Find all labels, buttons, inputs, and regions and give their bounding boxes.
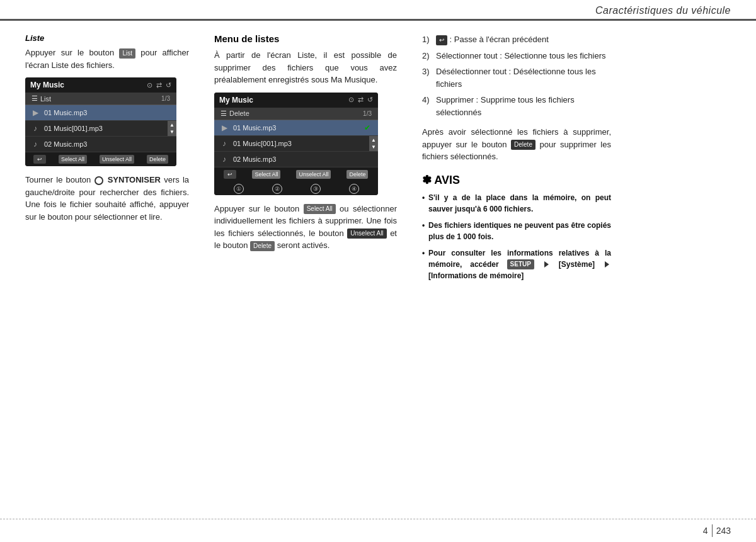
- col2-para2: Appuyer sur le bouton Select All ou séle…: [214, 203, 397, 252]
- select-all-btn-1[interactable]: Select All: [59, 155, 87, 164]
- num-4: 4): [422, 94, 433, 118]
- music-row-2-2: ♪ 01 Music[001].mp3 ▲ ▼: [214, 136, 378, 152]
- list-icon-2: ☰: [220, 110, 227, 118]
- page-number: 4 243: [703, 524, 731, 537]
- music-filename-2-1: 01 Music.mp3: [233, 124, 360, 132]
- settings-icon: ⊙: [147, 81, 152, 89]
- list-item-2: 2) Sélectionner tout : Sélectionne tous …: [422, 50, 611, 62]
- section-title-menu: Menu de listes: [214, 33, 397, 44]
- annotation-2: ②: [272, 184, 282, 194]
- back-btn-1[interactable]: ↩: [33, 155, 46, 164]
- setup-btn-inline: SETUP: [507, 259, 534, 269]
- scrollbar-1[interactable]: ▲ ▼: [168, 121, 176, 136]
- delete-btn-1[interactable]: Delete: [147, 155, 168, 164]
- col3-para-after: Après avoir sélectionné les fichiers à s…: [422, 126, 611, 163]
- list-item-1: 1) ↩ : Passe à l'écran précédent: [422, 33, 611, 46]
- num-1: 1): [422, 33, 433, 46]
- syntoniser-circle-icon: [94, 176, 103, 185]
- page-indicator-1: 1/3: [161, 95, 170, 102]
- syntoniser-label: SYNTONISER: [108, 175, 161, 184]
- music-ui-list: My Music ⊙ ⇄ ↺ ☰ List 1/3 ▶ 01 Music.mp3: [25, 77, 176, 166]
- select-all-btn-2[interactable]: Select All: [252, 170, 280, 179]
- music-filename-1-2: 01 Music[001].mp3: [44, 125, 171, 132]
- note-icon-1-2: ♪: [30, 124, 40, 133]
- music-header-icons-1: ⊙ ⇄ ↺: [147, 81, 171, 89]
- list-item-3-content: Désélectionner tout : Désélectionne tous…: [436, 65, 611, 90]
- avis-item-1: S'il y a de la place dans la mémoire, on…: [422, 192, 611, 215]
- delete-btn-inline-col3: Delete: [511, 140, 536, 150]
- arrow-right-icon-2: [605, 261, 609, 268]
- scroll-up-btn-2[interactable]: ▲: [371, 137, 376, 143]
- repeat-icon: ↺: [166, 81, 171, 89]
- page-indicator-2: 1/3: [363, 110, 372, 117]
- main-content: Liste Appuyer sur le bouton List pour af…: [0, 21, 756, 506]
- music-ui-header-1: My Music ⊙ ⇄ ↺: [25, 77, 176, 93]
- music-footer-2: ↩ Select All Unselect All Delete: [214, 167, 378, 181]
- page-section-number: 4: [703, 526, 708, 536]
- music-title-1: My Music: [30, 81, 64, 89]
- music-ui-delete: My Music ⊙ ⇄ ↺ ☰ Delete 1/3 ▶ 01 Music.m: [214, 93, 378, 195]
- unselect-all-inline: Unselect All: [347, 229, 386, 239]
- annotation-3: ③: [311, 184, 321, 194]
- scroll-down-btn-2[interactable]: ▼: [371, 144, 376, 150]
- arrow-right-icon-1: [544, 261, 549, 268]
- note-icon-2-2: ♪: [219, 139, 229, 148]
- list-button-inline: List: [119, 48, 135, 59]
- scrollbar-2[interactable]: ▲ ▼: [369, 136, 378, 151]
- num-2: 2): [422, 50, 433, 62]
- avis-item-2: Des fichiers identiques ne peuvent pas ê…: [422, 220, 611, 242]
- note-icon-1-3: ♪: [30, 140, 40, 149]
- repeat-icon-2: ↺: [367, 96, 373, 104]
- music-footer-1: ↩ Select All Unselect All Delete: [25, 152, 176, 166]
- col1-para1: Appuyer sur le bouton List pour afficher…: [25, 47, 189, 71]
- play-icon-1: ▶: [30, 108, 40, 117]
- music-filename-1-1: 01 Music.mp3: [44, 109, 171, 116]
- avis-star-icon: ✽: [422, 174, 432, 186]
- checkmark-2-1: ✔: [364, 123, 370, 132]
- col2-para1: À partir de l'écran Liste, il est possib…: [214, 49, 397, 86]
- numbered-list: 1) ↩ : Passe à l'écran précédent 2) Séle…: [422, 33, 611, 118]
- page-num: 243: [716, 526, 731, 536]
- tab-label-2: ☰ Delete: [220, 110, 249, 118]
- music-tab-2: ☰ Delete 1/3: [214, 108, 378, 120]
- annotation-row: ① ② ③ ④: [214, 181, 378, 195]
- list-item-4-content: Supprimer : Supprime tous les fichiers s…: [436, 94, 611, 118]
- avis-list: S'il y a de la place dans la mémoire, on…: [422, 192, 611, 281]
- music-rows-2: ▶ 01 Music.mp3 ✔ ♪ 01 Music[001].mp3 ▲ ▼…: [214, 120, 378, 167]
- music-filename-2-2: 01 Music[001].mp3: [233, 140, 373, 147]
- music-ui-header-2: My Music ⊙ ⇄ ↺: [214, 93, 378, 108]
- page-header: Caractéristiques du véhicule: [0, 0, 756, 21]
- select-all-inline: Select All: [304, 204, 336, 214]
- column-1: Liste Appuyer sur le bouton List pour af…: [25, 33, 202, 494]
- music-row-1-2: ♪ 01 Music[001].mp3 ▲ ▼: [25, 121, 176, 137]
- scroll-up-btn-1[interactable]: ▲: [169, 122, 175, 128]
- column-3: 1) ↩ : Passe à l'écran précédent 2) Séle…: [410, 33, 611, 494]
- unselect-all-btn-1[interactable]: Unselect All: [100, 155, 134, 164]
- page-divider: [712, 524, 713, 537]
- list-item-3: 3) Désélectionner tout : Désélectionne t…: [422, 65, 611, 90]
- music-rows-1: ▶ 01 Music.mp3 ♪ 01 Music[001].mp3 ▲ ▼ ♪…: [25, 105, 176, 152]
- avis-title: ✽ AVIS: [422, 173, 611, 187]
- list-item-1-content: ↩ : Passe à l'écran précédent: [436, 33, 549, 46]
- back-btn-inline: ↩: [436, 35, 447, 45]
- num-3: 3): [422, 65, 433, 90]
- music-header-icons-2: ⊙ ⇄ ↺: [348, 96, 373, 104]
- avis-item-3: Pour consulter les informations relative…: [422, 247, 611, 281]
- play-icon-2: ▶: [219, 123, 229, 132]
- music-row-1-1: ▶ 01 Music.mp3: [25, 105, 176, 121]
- list-item-2-content: Sélectionner tout : Sélectionne tous les…: [436, 50, 606, 62]
- unselect-all-btn-2[interactable]: Unselect All: [296, 170, 331, 179]
- chapter-title: Caractéristiques du véhicule: [595, 5, 731, 16]
- page-footer: 4 243: [0, 519, 756, 542]
- tab-label-1: ☰ List: [32, 94, 51, 103]
- annotation-1: ①: [234, 184, 244, 194]
- shuffle-icon: ⇄: [156, 81, 162, 89]
- music-tab-1: ☰ List 1/3: [25, 93, 176, 105]
- back-btn-2[interactable]: ↩: [224, 170, 236, 179]
- delete-btn-2[interactable]: Delete: [346, 170, 368, 179]
- music-filename-1-3: 02 Music.mp3: [44, 140, 171, 148]
- shuffle-icon-2: ⇄: [358, 96, 364, 104]
- scroll-down-btn-1[interactable]: ▼: [169, 129, 175, 135]
- col1-para2: Tourner le bouton SYNTONISER vers la gau…: [25, 174, 189, 223]
- list-icon: ☰: [32, 94, 38, 103]
